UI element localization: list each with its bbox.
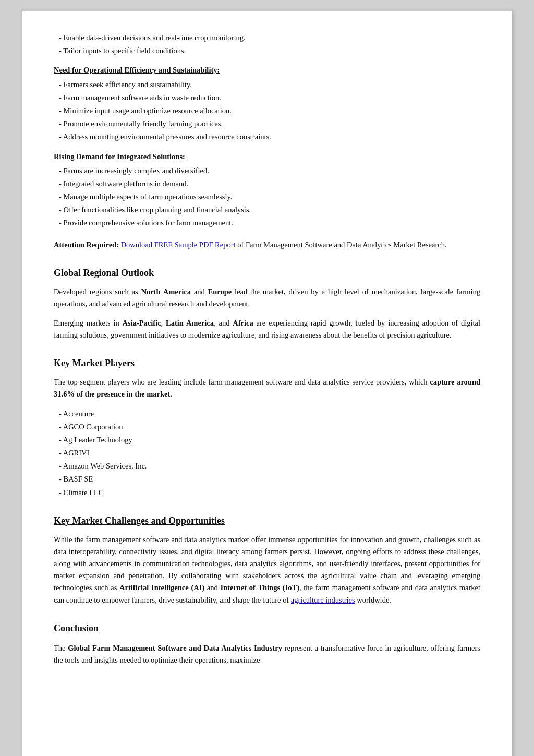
bullet-item: - Farms are increasingly complex and div…	[59, 165, 480, 177]
section-conclusion: Conclusion	[54, 621, 480, 636]
bold-europe: Europe	[208, 287, 232, 296]
agriculture-link[interactable]: agriculture industries	[291, 596, 355, 604]
section-rising: Rising Demand for Integrated Solutions: …	[54, 151, 480, 230]
bold-asia-pacific: Asia-Pacific	[123, 319, 161, 327]
challenges-para: While the farm management software and d…	[54, 534, 480, 606]
bold-global-farm: Global Farm Management Software and Data…	[68, 644, 282, 652]
player-item: - Accenture	[59, 408, 480, 420]
bullet-item: - Farmers seek efficiency and sustainabi…	[59, 79, 480, 91]
bold-iot: Internet of Things (IoT)	[220, 583, 299, 592]
bullet-item: - Farm management software aids in waste…	[59, 92, 480, 104]
players-bold-stat: capture around 31.6% of the presence in …	[54, 378, 480, 398]
challenges-title: Key Market Challenges and Opportunities	[54, 513, 480, 529]
section-operational: Need for Operational Efficiency and Sust…	[54, 64, 480, 143]
global-outlook-title: Global Regional Outlook	[54, 266, 480, 281]
bullet-item: - Integrated software platforms in deman…	[59, 178, 480, 190]
attention-rest: of Farm Management Software and Data Ana…	[236, 241, 447, 249]
players-list: - Accenture - AGCO Corporation - Ag Lead…	[59, 408, 480, 499]
player-item: - AGRIVI	[59, 447, 480, 459]
bullet-item: - Provide comprehensive solutions for fa…	[59, 217, 480, 229]
rising-bullets: - Farms are increasingly complex and div…	[54, 165, 480, 230]
bullet-item: - Tailor inputs to specific field condit…	[59, 45, 480, 57]
bullet-item: - Address mounting environmental pressur…	[59, 131, 480, 143]
bold-ai: Artificial Intelligence (AI)	[119, 583, 204, 592]
player-item: - AGCO Corporation	[59, 421, 480, 433]
player-item: - Amazon Web Services, Inc.	[59, 460, 480, 472]
bold-latin-america: Latin America	[166, 319, 214, 327]
bold-africa: Africa	[233, 319, 253, 327]
global-para1: Developed regions such as North America …	[54, 286, 480, 310]
attention-block: Attention Required: Download FREE Sample…	[54, 239, 480, 251]
global-para2: Emerging markets in Asia-Pacific, Latin …	[54, 317, 480, 341]
section-global: Global Regional Outlook	[54, 266, 480, 281]
conclusion-title: Conclusion	[54, 621, 480, 636]
bullet-item: - Offer functionalities like crop planni…	[59, 204, 480, 216]
bullet-item: - Promote environmentally friendly farmi…	[59, 118, 480, 130]
bullet-item: - Enable data-driven decisions and real-…	[59, 32, 480, 44]
download-link[interactable]: Download FREE Sample PDF Report	[121, 241, 236, 249]
section-rising-heading: Rising Demand for Integrated Solutions:	[54, 151, 480, 163]
section-challenges: Key Market Challenges and Opportunities	[54, 513, 480, 529]
player-item: - Climate LLC	[59, 487, 480, 499]
section-operational-heading: Need for Operational Efficiency and Sust…	[54, 64, 480, 76]
players-title: Key Market Players	[54, 356, 480, 371]
bullet-item: - Manage multiple aspects of farm operat…	[59, 191, 480, 203]
document-page: - Enable data-driven decisions and real-…	[22, 10, 512, 756]
intro-bullets: - Enable data-driven decisions and real-…	[54, 32, 480, 57]
attention-label: Attention Required:	[54, 241, 119, 249]
player-item: - BASF SE	[59, 473, 480, 485]
section-players: Key Market Players	[54, 356, 480, 371]
bold-north-america: North America	[141, 287, 191, 296]
operational-bullets: - Farmers seek efficiency and sustainabi…	[54, 79, 480, 143]
player-item: - Ag Leader Technology	[59, 434, 480, 446]
bullet-item: - Minimize input usage and optimize reso…	[59, 105, 480, 117]
players-intro: The top segment players who are leading …	[54, 376, 480, 400]
conclusion-para: The Global Farm Management Software and …	[54, 642, 480, 666]
